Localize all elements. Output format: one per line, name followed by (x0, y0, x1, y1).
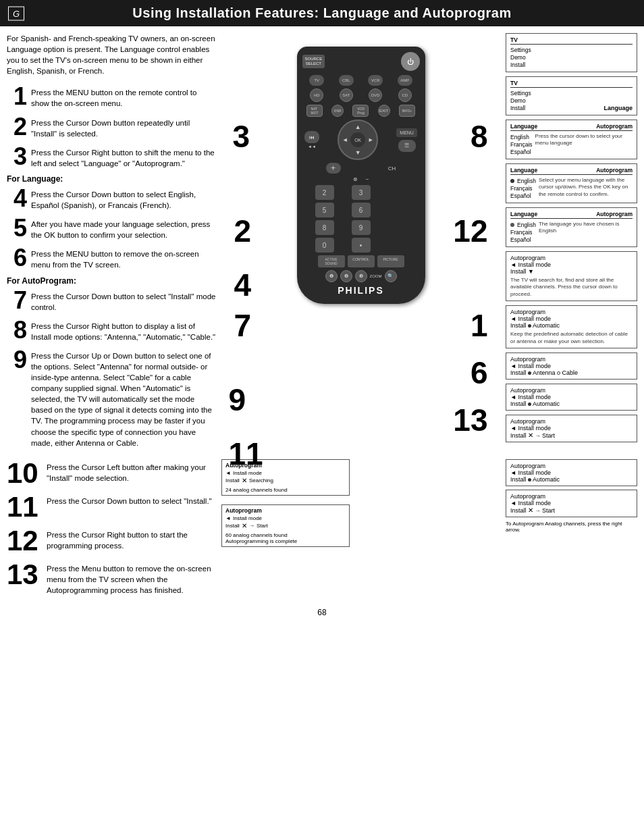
step-2-number: 2 (7, 115, 27, 139)
dvd-button[interactable]: DVD (369, 88, 382, 102)
vol-ch-row: ⏮ ◄◄ ▲ ▼ ◄ ► OK MENU (302, 120, 420, 160)
nav-down-arrow[interactable]: ▼ (353, 148, 363, 157)
num-3[interactable]: 3 (352, 185, 371, 200)
num-8[interactable]: 8 (315, 220, 334, 235)
menu-button[interactable]: MENU (396, 128, 417, 137)
auto-3-row2: Install Antenna Cable (510, 369, 633, 376)
nav-right-arrow[interactable]: ► (366, 135, 375, 145)
step-7: 7 Press the Cursor Down button to select… (7, 288, 216, 313)
overlay-4: 4 (234, 269, 252, 301)
ok-button[interactable]: OK (350, 132, 365, 147)
auto-4-row2: Install Automatic (510, 400, 633, 407)
auto-3-title: Autoprogram (510, 356, 633, 363)
dnr-button[interactable]: DNR (331, 105, 344, 117)
br-diag-2: Autoprogram ◄ Install mode Install ✕ → S… (506, 490, 637, 517)
br-diag-1-row1: ◄ Install mode (510, 469, 633, 476)
step-4: 4 Press the Cursor Down button to select… (7, 186, 216, 211)
vcr-prog-button[interactable]: VCRProg (352, 105, 369, 117)
auto-1-note: The TV will search for, find and store a… (510, 277, 633, 298)
step-3-text: Press the Cursor Right button to shift t… (31, 145, 216, 169)
screen-4-title: LanguageAutoprogram (510, 167, 633, 175)
num-dot[interactable]: • (352, 238, 371, 253)
control-button[interactable]: CONTROL (348, 255, 375, 267)
exit-button[interactable]: EXIT (378, 105, 390, 117)
hd-button[interactable]: HD (310, 88, 323, 102)
remote-top: SOURCESELECT ⏻ (302, 52, 420, 71)
zoom-button[interactable]: 🔍 (385, 270, 397, 282)
remote-wrapper: 3 8 12 2 4 7 1 6 13 9 11 SOURCESELECT ⏻ … (253, 33, 469, 304)
bottom-buttons: ACTIVESOUND CONTROL PICTURE (302, 255, 420, 267)
step-9-text: Press the Cursor Up or Down button to se… (31, 348, 216, 448)
step-11: 11 Press the Cursor Down button to selec… (7, 493, 216, 521)
step-2: 2 Press the Cursor Down button repeatedl… (7, 115, 216, 139)
step-2-text: Press the Cursor Down button repeatedly … (31, 115, 216, 139)
menu-icon[interactable]: ☰ (398, 140, 416, 152)
nav-up-arrow[interactable]: ▲ (353, 122, 363, 132)
auto-diagram-5: Autoprogram ◄ Install mode Install ✕ → S… (506, 415, 637, 442)
chapter-letter: G (8, 6, 24, 20)
info-button[interactable]: INFO+ (399, 105, 415, 117)
step-6-number: 6 (7, 246, 27, 270)
page-number: 68 (0, 608, 644, 624)
num-9[interactable]: 9 (352, 220, 371, 235)
auto-4-title: Autoprogram (510, 387, 633, 394)
auto-5-row2: Install ✕ → Start (510, 432, 633, 439)
natural-motion-button[interactable]: NATMOT (306, 105, 323, 117)
extra-btn-2[interactable]: ❷ (340, 270, 352, 282)
vol-plus-button[interactable]: + (326, 163, 341, 174)
active-sound-button[interactable]: ACTIVESOUND (318, 255, 345, 267)
extra-btn-3[interactable]: ❸ (355, 270, 367, 282)
prev-button[interactable]: ⏮ (304, 131, 319, 143)
source-buttons-row: HD SAT DVD CD (302, 88, 420, 102)
amp-button[interactable]: AMP (398, 75, 412, 86)
mode-buttons-row: TV CBL VCR AMP (302, 75, 420, 86)
bottom-diag-2-found: 60 analog channels foundAutoprogramming … (225, 532, 346, 544)
nav-left-arrow[interactable]: ◄ (340, 135, 350, 145)
step-10: 10 Press the Cursor Left button after ma… (7, 459, 216, 488)
num-2[interactable]: 2 (315, 185, 334, 200)
function-buttons-row: NATMOT DNR VCRProg EXIT INFO+ (302, 105, 420, 117)
auto-diagram-2: Autoprogram ◄ Install mode Install Autom… (506, 305, 637, 348)
auto-5-title: Autoprogram (510, 418, 633, 425)
num-0[interactable]: 0 (315, 238, 334, 253)
vcr-button[interactable]: VCR (368, 75, 383, 86)
screen-3-note: Press the cursor down to select your men… (535, 133, 633, 156)
overlay-6: 6 (471, 357, 488, 388)
picture-button[interactable]: PICTURE (377, 255, 404, 267)
volume-row: + CH (302, 163, 420, 174)
vol-minus: ⊗ − (353, 176, 369, 182)
screen-2-settings: Settings (510, 90, 633, 97)
bottom-note: To Autoprogram Analog channels, press th… (506, 521, 637, 533)
cbl-button[interactable]: CBL (339, 75, 354, 86)
sat-button[interactable]: SAT (340, 88, 353, 102)
step-6: 6 Press the MENU button to remove the on… (7, 246, 216, 270)
auto-2-note: Keep the predefined automatic detection … (510, 331, 633, 345)
extra-buttons: ❶ ❷ ❸ ZOOM 🔍 (302, 270, 420, 282)
screen-1-row-install: Install (510, 61, 633, 68)
overlay-12: 12 (453, 215, 487, 246)
step-7-number: 7 (7, 288, 27, 313)
br-diag-1-title: Autoprogram (510, 463, 633, 469)
power-button[interactable]: ⏻ (401, 52, 420, 71)
auto-2-row1: ◄ Install mode (510, 315, 633, 322)
screen-3-langs: English Français Español (510, 133, 533, 156)
navigation-pad[interactable]: ▲ ▼ ◄ ► OK (338, 120, 378, 160)
screen-diagram-3: LanguageAutoprogram English Français Esp… (506, 120, 637, 159)
step-5-number: 5 (7, 216, 27, 240)
num-5[interactable]: 5 (315, 203, 334, 217)
screen-1-row-settings: Settings (510, 47, 633, 53)
auto-2-title: Autoprogram (510, 309, 633, 315)
step-5: 5 After you have made your language sele… (7, 216, 216, 240)
extra-btn-1[interactable]: ❶ (325, 270, 338, 282)
screen-5-langs: English Français Español (510, 221, 536, 244)
cd-button[interactable]: CD (398, 88, 412, 102)
auto-1-title: Autoprogram (510, 255, 633, 261)
tv-button[interactable]: TV (309, 75, 324, 86)
auto-4-row1: ◄ Install mode (510, 394, 633, 400)
ok-cross: ⊗ (353, 176, 358, 182)
zoom-label: ZOOM (370, 274, 382, 278)
bottom-diag-2: Autoprogram ◄ Install mode Install ✕ → S… (221, 504, 350, 547)
source-select-button[interactable]: SOURCESELECT (302, 55, 325, 68)
auto-3-row1: ◄ Install mode (510, 363, 633, 369)
num-6[interactable]: 6 (352, 203, 371, 217)
